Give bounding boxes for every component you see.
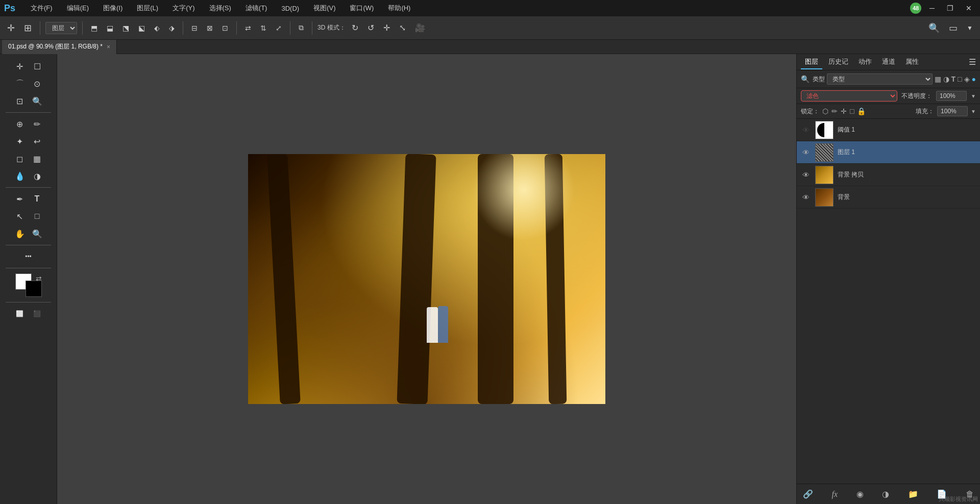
layer-visibility-toggle[interactable]: 👁 <box>801 170 811 180</box>
filter-shape-icon[interactable]: □ <box>958 75 962 83</box>
layer-select-dropdown[interactable]: 图层 <box>45 22 77 34</box>
lock-transparency-icon[interactable]: ⬡ <box>822 107 828 115</box>
fill-value[interactable]: 100% <box>937 106 968 116</box>
lock-artboard-icon[interactable]: □ <box>850 107 854 115</box>
panel-menu-button[interactable]: ☰ <box>969 57 976 67</box>
document-tab[interactable]: 01.psd @ 90.9% (图层 1, RGB/8) * × <box>2 40 117 54</box>
distribute-button3[interactable]: ⊡ <box>219 22 231 34</box>
menu-window[interactable]: 窗口(W) <box>347 4 377 13</box>
3d-move-button[interactable]: ✛ <box>380 21 393 35</box>
zoom-tool[interactable]: 🔍 <box>29 225 45 242</box>
align-middle-button[interactable]: ⬓ <box>104 22 116 34</box>
menu-file[interactable]: 文件(F) <box>28 4 56 13</box>
lock-paint-icon[interactable]: ✏ <box>831 107 838 115</box>
layer-item[interactable]: 👁 阈值 1 <box>797 119 980 141</box>
filter-pixel-icon[interactable]: ▦ <box>935 75 941 83</box>
menu-layer[interactable]: 图层(L) <box>134 4 161 13</box>
lock-position-icon[interactable]: ✛ <box>841 107 847 115</box>
type-tool[interactable]: T <box>29 191 45 207</box>
eyedropper-tool[interactable]: 🔍 <box>29 93 45 109</box>
blur-tool[interactable]: 💧 <box>12 168 28 184</box>
new-group-icon[interactable]: 📁 <box>908 489 918 499</box>
filter-text-icon[interactable]: T <box>951 75 956 83</box>
tab-close-button[interactable]: × <box>107 43 110 51</box>
align-right-button[interactable]: ⬗ <box>166 22 178 34</box>
align-center-button[interactable]: ⬖ <box>151 22 163 34</box>
tab-layers[interactable]: 图层 <box>801 55 822 69</box>
artboard-tool[interactable]: ☐ <box>29 58 45 74</box>
distribute-button1[interactable]: ⊟ <box>188 22 201 34</box>
layer-item[interactable]: 👁 背景 拷贝 <box>797 164 980 186</box>
fx-icon[interactable]: fx <box>832 490 838 499</box>
opacity-value[interactable]: 100% <box>936 91 967 101</box>
filter-adjustment-icon[interactable]: ◑ <box>943 75 949 83</box>
menu-3d[interactable]: 3D(D) <box>278 5 302 12</box>
3d-roll-button[interactable]: 🎥 <box>412 21 428 35</box>
align-left-button[interactable]: ⬕ <box>135 22 148 34</box>
swap-colors-icon[interactable]: ⇄ <box>36 274 42 283</box>
transform-button3[interactable]: ⤢ <box>273 22 285 34</box>
3d-scale-button[interactable]: ⤡ <box>396 21 409 35</box>
opacity-arrow[interactable]: ▼ <box>971 93 976 99</box>
hand-tool[interactable]: ✋ <box>12 225 28 242</box>
menu-select[interactable]: 选择(S) <box>206 4 234 13</box>
dodge-tool[interactable]: ◑ <box>29 168 45 184</box>
menu-filter[interactable]: 滤镜(T) <box>242 4 271 13</box>
filter-smartobj-icon[interactable]: ◈ <box>964 75 970 83</box>
eraser-tool[interactable]: ◻ <box>12 150 28 167</box>
crop-tool[interactable]: ⊡ <box>12 93 28 109</box>
quick-select-tool[interactable]: ⊙ <box>29 75 45 92</box>
3d-pan-button[interactable]: ↺ <box>364 21 377 35</box>
tab-history[interactable]: 历史记 <box>824 55 852 69</box>
layer-visibility-toggle[interactable]: 👁 <box>801 147 811 158</box>
distribute-button2[interactable]: ⊠ <box>204 22 216 34</box>
minimize-button[interactable]: ─ <box>925 3 939 13</box>
clone-stamp-tool[interactable]: ✦ <box>12 133 28 149</box>
layer-visibility-toggle[interactable]: 👁 <box>801 192 811 203</box>
tab-actions[interactable]: 动作 <box>854 55 876 69</box>
close-button[interactable]: ✕ <box>962 3 976 13</box>
move-tool[interactable]: ✛ <box>12 58 28 74</box>
history-brush-tool[interactable]: ↩ <box>29 133 45 149</box>
rectangle-tool[interactable]: □ <box>29 208 45 224</box>
transform-button1[interactable]: ⇄ <box>242 22 254 34</box>
filter-type-select[interactable]: 类型 <box>827 73 933 85</box>
blend-mode-select[interactable]: 滤色 <box>801 90 897 102</box>
gradient-tool[interactable]: ▦ <box>29 150 45 167</box>
add-mask-icon[interactable]: ◉ <box>856 489 864 499</box>
background-color[interactable] <box>26 281 42 297</box>
workspaces-button[interactable]: ▭ <box>946 20 961 36</box>
align-options-button[interactable]: ⊞ <box>21 20 35 36</box>
tab-properties[interactable]: 属性 <box>901 55 923 69</box>
path-selection-tool[interactable]: ↖ <box>12 208 28 224</box>
menu-edit[interactable]: 编辑(E) <box>64 4 92 13</box>
tab-channels[interactable]: 通道 <box>878 55 899 69</box>
menu-help[interactable]: 帮助(H) <box>385 4 413 13</box>
transform-button2[interactable]: ⇅ <box>257 22 270 34</box>
workspaces-arrow[interactable]: ▼ <box>964 20 976 36</box>
layer-item[interactable]: 👁 图层 1 <box>797 141 980 164</box>
align-bottom-button[interactable]: ⬔ <box>119 22 132 34</box>
adjustment-layer-icon[interactable]: ◑ <box>882 489 889 499</box>
search-button[interactable]: 🔍 <box>925 20 943 36</box>
menu-text[interactable]: 文字(Y) <box>169 4 198 13</box>
move-tool-button[interactable]: ✛ <box>4 20 18 36</box>
align-top-button[interactable]: ⬒ <box>88 22 101 34</box>
lasso-tool[interactable]: ⌒ <box>12 75 28 92</box>
restore-button[interactable]: ❐ <box>943 3 958 13</box>
lock-all-icon[interactable]: 🔒 <box>857 107 866 115</box>
menu-view[interactable]: 视图(V) <box>310 4 338 13</box>
layer-visibility-toggle[interactable]: 👁 <box>801 125 811 135</box>
brush-tool[interactable]: ✏ <box>29 116 45 132</box>
layer-item[interactable]: 👁 背景 <box>797 186 980 209</box>
healing-brush-tool[interactable]: ⊕ <box>12 116 28 132</box>
menu-image[interactable]: 图像(I) <box>100 4 126 13</box>
link-layers-icon[interactable]: 🔗 <box>803 489 813 499</box>
filter-on-switch[interactable]: ● <box>972 75 976 83</box>
3d-rotate-button[interactable]: ↻ <box>349 21 361 35</box>
arrange-button[interactable]: ⧉ <box>296 21 307 34</box>
fill-arrow[interactable]: ▼ <box>971 109 976 114</box>
quick-mask-button[interactable]: ⬜ <box>12 306 28 322</box>
pen-tool[interactable]: ✒ <box>12 191 28 207</box>
extra-tools[interactable]: ••• <box>20 248 37 265</box>
